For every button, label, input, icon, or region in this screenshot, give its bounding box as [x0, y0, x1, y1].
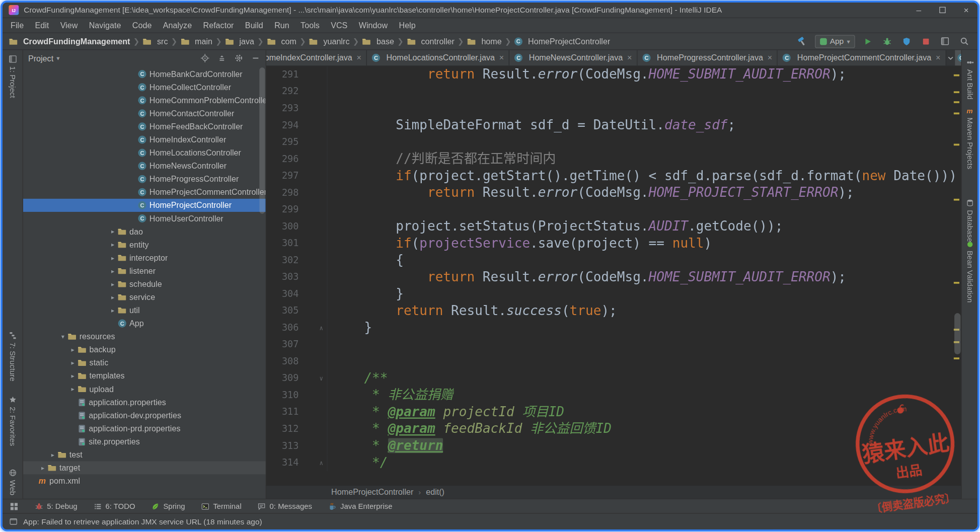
breadcrumb-item-yuanlrc[interactable]: yuanlrc: [309, 37, 350, 46]
breadcrumb-item-java[interactable]: java: [225, 37, 254, 46]
left-stripe-1-project[interactable]: 1: Project: [3, 55, 23, 98]
tree-item-application-dev.properties[interactable]: application-dev.properties: [23, 409, 266, 422]
run-button[interactable]: [861, 34, 874, 48]
tree-item-HomeCommonProblemController[interactable]: CHomeCommonProblemController: [23, 94, 266, 107]
breadcrumb-item-CrowdFundingManagement[interactable]: CrowdFundingManagement: [9, 37, 130, 46]
close-icon[interactable]: ×: [936, 53, 940, 63]
menu-code[interactable]: Code: [127, 18, 158, 33]
run-config-select[interactable]: App ▾: [815, 35, 855, 48]
tree-item-dao[interactable]: ▸dao: [23, 225, 266, 238]
chevron-right-icon[interactable]: ▸: [108, 254, 118, 261]
tree-item-HomeLocationsController[interactable]: CHomeLocationsController: [23, 146, 266, 160]
chevron-right-icon[interactable]: ▸: [108, 281, 118, 288]
fold-marker[interactable]: ∧: [299, 320, 328, 337]
error-stripe-mark[interactable]: [954, 74, 959, 77]
chevron-right-icon[interactable]: ▸: [108, 294, 118, 301]
breadcrumb-item-controller[interactable]: controller: [407, 37, 455, 46]
breadcrumb-item-base[interactable]: base: [362, 37, 394, 46]
chevron-right-icon[interactable]: ▸: [68, 359, 78, 366]
tree-item-HomeNewsController[interactable]: CHomeNewsController: [23, 160, 266, 173]
fold-marker[interactable]: ∧: [299, 454, 328, 472]
menu-window[interactable]: Window: [353, 18, 394, 33]
chevron-right-icon[interactable]: ▸: [108, 228, 118, 235]
breadcrumb-item-HomeProjectController[interactable]: CHomeProjectController: [514, 37, 611, 46]
project-scrollbar[interactable]: [259, 67, 265, 214]
chevron-right-icon[interactable]: ▸: [108, 307, 118, 314]
tree-item-entity[interactable]: ▸entity: [23, 238, 266, 251]
menu-edit[interactable]: Edit: [29, 18, 54, 33]
editor-tab-HomeLocationsController[interactable]: CHomeLocationsController.java×: [367, 50, 509, 65]
tree-item-application.properties[interactable]: application.properties: [23, 396, 266, 409]
menu-build[interactable]: Build: [240, 18, 269, 33]
menu-run[interactable]: Run: [269, 18, 295, 33]
tree-item-interceptor[interactable]: ▸interceptor: [23, 251, 266, 264]
menu-navigate[interactable]: Navigate: [84, 18, 127, 33]
error-stripe-mark[interactable]: [954, 357, 959, 359]
tree-item-HomeContactController[interactable]: CHomeContactController: [23, 107, 266, 120]
tree-item-pom.xml[interactable]: mpom.xml: [23, 474, 266, 487]
right-stripe-maven-projects[interactable]: mMaven Projects: [962, 108, 977, 170]
left-stripe-7-structure[interactable]: 7: Structure: [3, 331, 23, 381]
tree-item-service[interactable]: ▸service: [23, 290, 266, 303]
fold-marker[interactable]: ∨: [299, 370, 328, 387]
chevron-right-icon[interactable]: ▸: [68, 346, 78, 353]
close-icon[interactable]: ×: [627, 53, 632, 63]
chevron-right-icon[interactable]: ▸: [108, 241, 118, 248]
tree-item-site.properties[interactable]: site.properties: [23, 435, 266, 448]
tool-window-switcher-icon[interactable]: [9, 501, 19, 511]
toolwindow-button-6-todo[interactable]: 6: TODO: [94, 502, 135, 510]
error-stripe-mark[interactable]: [954, 91, 959, 93]
tree-item-HomeIndexController[interactable]: CHomeIndexController: [23, 133, 266, 146]
toolwindow-button-terminal[interactable]: Terminal: [201, 502, 242, 510]
menu-analyze[interactable]: Analyze: [158, 18, 198, 33]
breadcrumb-item-com[interactable]: com: [267, 37, 296, 46]
menu-refactor[interactable]: Refactor: [197, 18, 239, 33]
editor-breadcrumb-item[interactable]: edit(): [426, 488, 444, 497]
chevron-down-icon[interactable]: ▾: [56, 55, 59, 62]
minimize-button[interactable]: –: [914, 5, 924, 15]
tree-item-templates[interactable]: ▸templates: [23, 369, 266, 383]
close-button[interactable]: ×: [961, 5, 971, 15]
breadcrumb-item-home[interactable]: home: [467, 37, 502, 46]
event-log-icon[interactable]: [9, 517, 18, 526]
tree-item-test[interactable]: ▸test: [23, 448, 266, 461]
editor-breadcrumb-item[interactable]: HomeProjectController: [331, 488, 413, 497]
chevron-right-icon[interactable]: ▸: [108, 267, 118, 274]
tree-item-util[interactable]: ▸util: [23, 303, 266, 317]
editor-tab-HomeIndexController[interactable]: CHomeIndexController.java×: [266, 50, 367, 65]
tree-item-HomeProgressController[interactable]: CHomeProgressController: [23, 173, 266, 186]
breadcrumb-item-main[interactable]: main: [180, 37, 212, 46]
right-stripe-ant-build[interactable]: Ant Build: [962, 59, 977, 100]
chevron-right-icon[interactable]: ▸: [48, 451, 58, 459]
error-stripe-mark[interactable]: [954, 199, 959, 201]
left-stripe-2-favorites[interactable]: 2: Favorites: [3, 396, 23, 446]
error-stripe-mark[interactable]: [954, 101, 959, 103]
tree-item-schedule[interactable]: ▸schedule: [23, 277, 266, 290]
tree-item-HomeProjectCommentController[interactable]: CHomeProjectCommentController: [23, 186, 266, 199]
error-stripe-mark[interactable]: [954, 282, 959, 284]
toolwindow-button-5-debug[interactable]: 5: Debug: [35, 502, 78, 510]
search-icon[interactable]: [957, 34, 971, 48]
menu-file[interactable]: File: [5, 18, 29, 33]
debug-button[interactable]: [880, 34, 893, 48]
tree-item-application-prd.properties[interactable]: application-prd.properties: [23, 422, 266, 435]
collapse-all-icon[interactable]: [217, 53, 227, 63]
editor-tab-HomeProgressController[interactable]: CHomeProgressController.java×: [638, 50, 778, 65]
menu-view[interactable]: View: [54, 18, 83, 33]
locate-file-icon[interactable]: [200, 53, 210, 63]
tree-item-HomeCollectController[interactable]: CHomeCollectController: [23, 81, 266, 94]
close-icon[interactable]: ×: [768, 53, 772, 63]
error-stripe-mark[interactable]: [954, 113, 959, 115]
menu-vcs[interactable]: VCS: [325, 18, 353, 33]
toolwindow-button-java-enterprise[interactable]: Java Enterprise: [328, 502, 392, 510]
tree-item-HomeFeedBackController[interactable]: CHomeFeedBackController: [23, 120, 266, 133]
right-stripe-database[interactable]: Database: [962, 199, 977, 242]
editor-scrollbar[interactable]: [954, 313, 960, 354]
tree-item-App[interactable]: CApp: [23, 317, 266, 330]
maximize-button[interactable]: [938, 5, 948, 15]
tree-item-HomeProjectController[interactable]: CHomeProjectController: [23, 199, 266, 212]
close-icon[interactable]: ×: [356, 53, 361, 63]
chevron-down-icon[interactable]: ▾: [58, 333, 67, 340]
close-icon[interactable]: ×: [499, 53, 504, 63]
error-stripe-mark[interactable]: [954, 144, 959, 146]
